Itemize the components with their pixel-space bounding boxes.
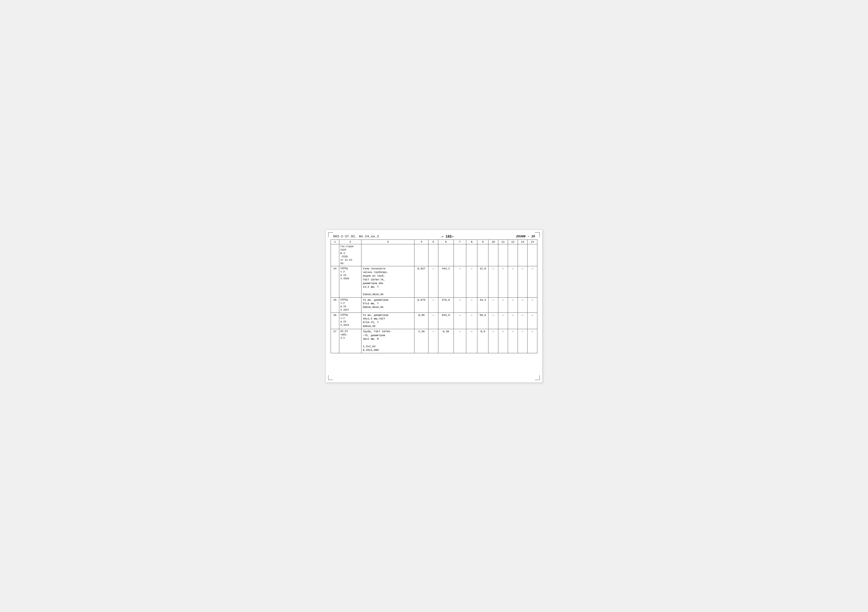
col-header-2: 2 <box>339 240 361 244</box>
main-table: 1 2 3 4 5 6 7 8 9 10 11 12 13 14 Гос-стр… <box>331 240 537 353</box>
cell-row2-col14: — <box>527 297 537 313</box>
page-number: — 182— <box>442 235 454 239</box>
col-header-7: 7 <box>454 240 466 244</box>
cell-row3-col3: То же, диаметром 45х2,5 мм,ГОСТ 8734–75,… <box>361 313 414 329</box>
cell-row1-col3: Узлы технологи- ческих трубопро- водов и… <box>361 266 414 297</box>
cell-row4-col4: I,56 <box>414 329 428 353</box>
col-header-5: 5 <box>428 240 438 244</box>
cell-row0-col13 <box>518 244 527 266</box>
cell-row4-col12: — <box>508 329 518 353</box>
cell-row0-col3 <box>361 244 414 266</box>
cell-row1-col1: 24 <box>331 266 339 297</box>
corner-bracket-bl <box>328 375 333 380</box>
cell-row4-col1: 27 <box>331 329 339 353</box>
cell-row1-col13: — <box>518 266 527 297</box>
table-row: 24ССРСЦ ч.У р.IX п.3326Узлы технологи- ч… <box>331 266 537 297</box>
cell-row1-col14: — <box>527 266 537 297</box>
cell-row2-col5: — <box>428 297 438 313</box>
cell-row3-col7: — <box>454 313 466 329</box>
cell-row0-col4 <box>414 244 428 266</box>
corner-bracket-tl <box>328 232 333 237</box>
col-header-1: 1 <box>331 240 339 244</box>
cell-row2-col7: — <box>454 297 466 313</box>
cell-row1-col6: 443,I <box>438 266 454 297</box>
col-header-6: 6 <box>438 240 454 244</box>
cell-row4-col6: 0,38 <box>438 329 454 353</box>
cell-row0-col12 <box>508 244 518 266</box>
cell-row3-col8: — <box>466 313 477 329</box>
col-header-14: 14 <box>527 240 537 244</box>
cell-row2-col11: — <box>498 297 508 313</box>
cell-row0-col6 <box>438 244 454 266</box>
cell-row3-col5: — <box>428 313 438 329</box>
col-header-9: 9 <box>477 240 488 244</box>
cell-row0-col7 <box>454 244 466 266</box>
table-body: Гос-строя СССР № 4- -I5I0 от 22.I2. 83.2… <box>331 244 537 353</box>
cell-row3-col1: 26 <box>331 313 339 329</box>
cell-row4-col7: — <box>454 329 466 353</box>
cell-row0-col2: Гос-строя СССР № 4- -I5I0 от 22.I2. 83. <box>339 244 361 266</box>
cell-row2-col13: — <box>518 297 527 313</box>
corner-bracket-br <box>535 375 540 380</box>
cell-row1-col11: — <box>498 266 508 297</box>
cell-row4-col3: Труба, ГОСТ I0704– –76, диаметром 38х2 м… <box>361 329 414 353</box>
corner-bracket-tr <box>535 232 540 237</box>
cell-row1-col2: ССРСЦ ч.У р.IX п.3326 <box>339 266 361 297</box>
cell-row4-col2: 0I–I3 табл. 3.I <box>339 329 361 353</box>
cell-row3-col2: ССРСЦ ч.У р.IX п.33I4 <box>339 313 361 329</box>
table-header-row: 1 2 3 4 5 6 7 8 9 10 11 12 13 14 <box>331 240 537 244</box>
document-header: 903-2-37.9I. Ал.I4,кн.2 — 182— 25306 - 1… <box>331 235 537 239</box>
cell-row1-col8: — <box>466 266 477 297</box>
cell-row2-col3: То же, диаметром 57х3 мм, Т 690х0,88х0,9… <box>361 297 414 313</box>
cell-row1-col5: — <box>428 266 438 297</box>
table-row: Гос-строя СССР № 4- -I5I0 от 22.I2. 83. <box>331 244 537 266</box>
table-row: 26ССРСЦ ч.У р.IX п.33I4То же, диаметром … <box>331 313 537 329</box>
col-header-8: 8 <box>466 240 477 244</box>
cell-row4-col8: — <box>466 329 477 353</box>
col-header-4: 4 <box>414 240 428 244</box>
cell-row3-col12: — <box>508 313 518 329</box>
cell-row1-col9: I2,0 <box>477 266 488 297</box>
cell-row4-col13: — <box>518 329 527 353</box>
cell-row2-col2: ССРСЦ ч.У р.IX п.33I7 <box>339 297 361 313</box>
cell-row0-col9 <box>477 244 488 266</box>
cell-row3-col4: 0,06 <box>414 313 428 329</box>
col-header-11: 11 <box>498 240 508 244</box>
col-header-3: 3 <box>361 240 414 244</box>
table-row: 25ССРСЦ ч.У р.IX п.33I7То же, диаметром … <box>331 297 537 313</box>
col-header-12: 12 <box>508 240 518 244</box>
cell-row4-col5: — <box>428 329 438 353</box>
cell-row1-col12: — <box>508 266 518 297</box>
cell-row4-col11: — <box>498 329 508 353</box>
cell-row2-col6: 576,8 <box>438 297 454 313</box>
cell-row0-col10 <box>488 244 498 266</box>
cell-row3-col10: — <box>488 313 498 329</box>
doc-code: 25306 - 15 <box>516 235 535 238</box>
document-page: 903-2-37.9I. Ал.I4,кн.2 — 182— 25306 - 1… <box>326 229 542 383</box>
col-header-13: 13 <box>518 240 527 244</box>
cell-row3-col9: 50,6 <box>477 313 488 329</box>
cell-row0-col14 <box>527 244 537 266</box>
cell-row2-col12: — <box>508 297 518 313</box>
cell-row0-col11 <box>498 244 508 266</box>
cell-row4-col9: 0,6 <box>477 329 488 353</box>
cell-row3-col6: 843,6 <box>438 313 454 329</box>
doc-reference: 903-2-37.9I. Ал.I4,кн.2 <box>333 235 379 238</box>
cell-row1-col10: — <box>488 266 498 297</box>
cell-row4-col14: — <box>527 329 537 353</box>
cell-row2-col8: — <box>466 297 477 313</box>
cell-row4-col10: — <box>488 329 498 353</box>
col-header-10: 10 <box>488 240 498 244</box>
cell-row2-col9: 43,3 <box>477 297 488 313</box>
cell-row2-col4: 0,075 <box>414 297 428 313</box>
cell-row3-col11: — <box>498 313 508 329</box>
table-row: 270I–I3 табл. 3.IТруба, ГОСТ I0704– –76,… <box>331 329 537 353</box>
cell-row3-col14: — <box>527 313 537 329</box>
cell-row0-col8 <box>466 244 477 266</box>
cell-row2-col10: — <box>488 297 498 313</box>
cell-row3-col13: — <box>518 313 527 329</box>
cell-row1-col4: 0,027 <box>414 266 428 297</box>
cell-row2-col1: 25 <box>331 297 339 313</box>
cell-row1-col7: — <box>454 266 466 297</box>
cell-row0-col1 <box>331 244 339 266</box>
